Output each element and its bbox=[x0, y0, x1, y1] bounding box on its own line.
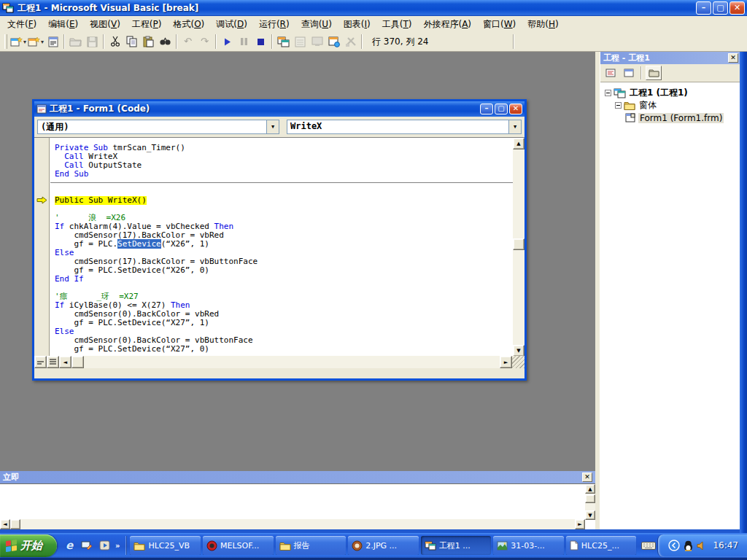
undo-button[interactable]: ↶ bbox=[179, 34, 196, 50]
object-combo-arrow-icon[interactable]: ▼ bbox=[266, 120, 279, 133]
task-button-hlc25-vb-folder[interactable]: HLC25_VB bbox=[130, 536, 201, 555]
tree-collapse-icon[interactable] bbox=[605, 90, 611, 96]
code-minimize-button[interactable]: – bbox=[480, 104, 493, 114]
save-button[interactable] bbox=[84, 34, 101, 50]
menu-item-run[interactable]: 运行(R) bbox=[253, 17, 295, 32]
scroll-thumb[interactable] bbox=[513, 238, 525, 250]
dropdown-arrow-icon[interactable]: ▾ bbox=[23, 39, 26, 45]
add-form-button[interactable]: ▾ bbox=[27, 34, 44, 50]
tree-item-form1[interactable]: Form1 (Form1.frm) bbox=[602, 112, 738, 124]
scroll-thumb[interactable] bbox=[71, 356, 84, 368]
scroll-right-icon[interactable]: ► bbox=[575, 519, 585, 529]
procedure-view-button[interactable] bbox=[34, 356, 47, 368]
menu-item-project[interactable]: 工程(P) bbox=[126, 17, 168, 32]
procedure-combo-arrow-icon[interactable]: ▼ bbox=[508, 120, 521, 133]
scroll-thumb[interactable] bbox=[10, 519, 20, 529]
code-maximize-button[interactable]: ▢ bbox=[495, 104, 508, 114]
code-horizontal-scrollbar[interactable]: ◄ ► bbox=[34, 356, 525, 368]
task-button-jpg-file[interactable]: 2.JPG ... bbox=[348, 536, 419, 555]
maximize-button[interactable]: ▢ bbox=[713, 1, 728, 15]
scroll-track[interactable] bbox=[84, 356, 500, 368]
tray-qq-icon[interactable] bbox=[684, 540, 693, 551]
folder-toggle-button[interactable] bbox=[646, 66, 662, 80]
object-combo[interactable]: (通用) ▼ bbox=[37, 120, 279, 134]
code-editor[interactable]: Private Sub tmrScan_Timer() Call WriteX … bbox=[34, 138, 525, 368]
dropdown-arrow-icon[interactable]: ▾ bbox=[41, 39, 44, 45]
task-button-hlc25-doc[interactable]: HLC25_... bbox=[566, 536, 637, 555]
view-code-button[interactable] bbox=[603, 66, 619, 80]
code-line[interactable]: Public Sub WriteX() bbox=[55, 196, 513, 205]
quick-launch-ie-button[interactable]: e bbox=[63, 539, 76, 552]
language-bar[interactable] bbox=[640, 537, 657, 553]
code-window-titlebar[interactable]: 工程1 - Form1 (Code) – ▢ ✕ bbox=[34, 101, 525, 117]
task-button-report-folder[interactable]: 报告 bbox=[276, 536, 347, 555]
menu-item-edit[interactable]: 编辑(E) bbox=[42, 17, 84, 32]
code-vertical-scrollbar[interactable]: ▲ ▼ bbox=[513, 138, 525, 357]
code-close-button[interactable]: ✕ bbox=[509, 104, 522, 114]
immediate-close-icon[interactable]: ✕ bbox=[582, 472, 592, 482]
code-text[interactable]: Private Sub tmrScan_Timer() Call WriteX … bbox=[50, 138, 513, 368]
code-line[interactable]: gf = PLC.SetDevice(“X27”, 0) bbox=[55, 345, 513, 354]
immediate-titlebar[interactable]: 立即 ✕ bbox=[0, 471, 595, 483]
menu-item-add-ins[interactable]: 外接程序(A) bbox=[417, 17, 477, 32]
code-line[interactable]: End If bbox=[55, 275, 513, 284]
code-line[interactable]: Call OutputState bbox=[55, 161, 513, 170]
open-button[interactable] bbox=[67, 34, 84, 50]
procedure-combo[interactable]: WriteX ▼ bbox=[287, 120, 522, 134]
immediate-horizontal-scrollbar[interactable]: ◄ ► bbox=[0, 519, 585, 529]
scroll-left-icon[interactable]: ◄ bbox=[59, 356, 71, 368]
toolbox-button[interactable] bbox=[342, 34, 359, 50]
tray-volume-icon[interactable] bbox=[697, 541, 707, 551]
properties-window-button[interactable] bbox=[292, 34, 309, 50]
scroll-thumb[interactable] bbox=[585, 494, 595, 503]
run-button[interactable] bbox=[219, 34, 236, 50]
menu-item-tools[interactable]: 工具(T) bbox=[376, 17, 418, 32]
object-browser-button[interactable] bbox=[325, 34, 342, 50]
scroll-up-icon[interactable]: ▲ bbox=[513, 138, 525, 149]
close-button[interactable]: ✕ bbox=[729, 1, 745, 15]
find-button[interactable] bbox=[157, 34, 174, 50]
task-button-melsoft[interactable]: MELSOF... bbox=[203, 536, 274, 555]
pause-button[interactable] bbox=[236, 34, 252, 50]
quick-launch-show-desktop-button[interactable] bbox=[80, 539, 93, 552]
menu-item-file[interactable]: 文件(F) bbox=[1, 17, 42, 32]
cut-button[interactable] bbox=[107, 34, 123, 50]
resize-grip[interactable] bbox=[512, 356, 525, 368]
menu-item-diagram[interactable]: 图表(I) bbox=[338, 17, 376, 32]
quick-launch-media-app-button[interactable] bbox=[98, 539, 111, 552]
scroll-left-icon[interactable]: ◄ bbox=[0, 519, 10, 529]
project-explorer-button[interactable] bbox=[275, 34, 292, 50]
toolbar-grip[interactable] bbox=[4, 34, 7, 49]
code-line[interactable]: gf = PLC.SetDevice(“X26”, 0) bbox=[55, 266, 513, 275]
project-explorer-titlebar[interactable]: 工程 - 工程1 ✕ bbox=[600, 52, 740, 64]
scroll-down-icon[interactable]: ▼ bbox=[585, 510, 595, 520]
menu-item-view[interactable]: 视图(V) bbox=[84, 17, 126, 32]
tree-item-forms-folder[interactable]: 窗体 bbox=[602, 99, 738, 112]
scroll-track[interactable] bbox=[20, 519, 575, 529]
scroll-up-icon[interactable]: ▲ bbox=[585, 484, 595, 494]
menu-item-debug[interactable]: 调试(D) bbox=[210, 17, 253, 32]
code-line[interactable]: gf = PLC.SetDevice(“X26”, 1) bbox=[55, 240, 513, 249]
tray-chevron-circle-icon[interactable] bbox=[668, 540, 680, 551]
scroll-down-icon[interactable]: ▼ bbox=[513, 345, 525, 357]
code-line[interactable]: gf = PLC.SetDevice(“X27”, 1) bbox=[55, 319, 513, 327]
code-line[interactable]: Private Sub tmrScan_Timer() bbox=[55, 144, 513, 152]
task-button-vb-project[interactable]: 工程1 ... bbox=[421, 536, 492, 555]
menu-item-query[interactable]: 查询(U) bbox=[295, 17, 338, 32]
redo-button[interactable]: ↷ bbox=[196, 34, 213, 50]
quick-launch-overflow-chevron[interactable]: » bbox=[115, 542, 120, 550]
menu-editor-button[interactable] bbox=[44, 34, 61, 50]
paste-button[interactable] bbox=[140, 34, 157, 50]
project-explorer-close-icon[interactable]: ✕ bbox=[728, 53, 738, 63]
menu-item-format[interactable]: 格式(O) bbox=[167, 17, 210, 32]
add-project-button[interactable]: ▾ bbox=[9, 34, 27, 50]
minimize-button[interactable]: – bbox=[696, 1, 711, 15]
immediate-content[interactable]: ▲ ▼ ◄ ► bbox=[0, 483, 595, 529]
stop-button[interactable] bbox=[252, 34, 269, 50]
form-layout-button[interactable] bbox=[309, 34, 325, 50]
code-line[interactable]: End Sub bbox=[55, 170, 513, 179]
immediate-vertical-scrollbar[interactable]: ▲ ▼ bbox=[585, 484, 595, 520]
tree-item-project-root[interactable]: 工程1 (工程1) bbox=[602, 87, 738, 99]
task-button-image-31-03[interactable]: 31-03-... bbox=[493, 536, 564, 555]
scroll-right-icon[interactable]: ► bbox=[500, 356, 512, 368]
